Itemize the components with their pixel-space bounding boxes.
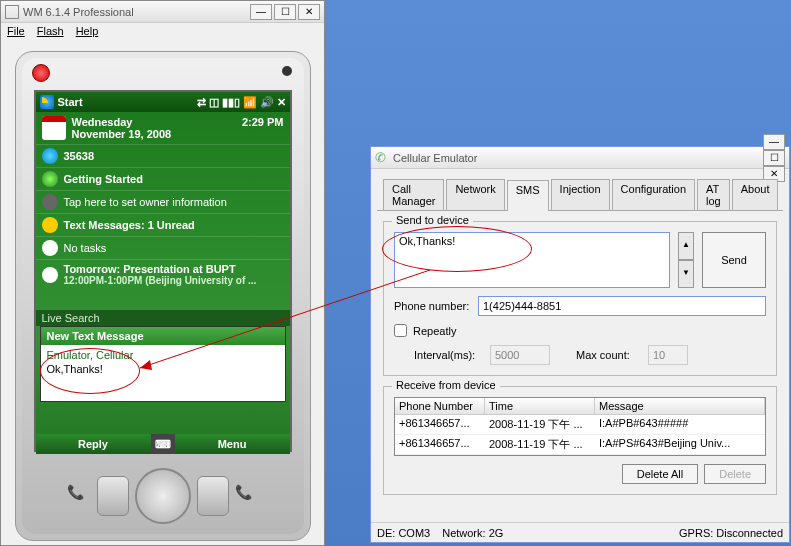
message-input[interactable] <box>394 232 670 288</box>
repeatly-checkbox[interactable] <box>394 324 407 337</box>
today-item-getting-started[interactable]: Getting Started <box>36 167 290 190</box>
maxcount-label: Max count: <box>576 349 642 361</box>
softkey-right[interactable]: Menu <box>175 434 290 454</box>
maximize-button[interactable]: ☐ <box>274 4 296 20</box>
recv-legend: Receive from device <box>392 379 500 391</box>
received-table[interactable]: Phone Number Time Message +861346657... … <box>394 397 766 456</box>
tab-about[interactable]: About <box>732 179 779 210</box>
table-row[interactable]: +861346657... 2008-11-19 下午 ... I:A#PB#6… <box>395 415 765 435</box>
col-message[interactable]: Message <box>595 398 765 414</box>
delete-button[interactable]: Delete <box>704 464 766 484</box>
emu-minimize-button[interactable]: — <box>763 134 785 150</box>
sms-popup-body: Ok,Thanks! <box>41 361 285 401</box>
sms-popup-from: Emulator, Cellular <box>41 345 285 361</box>
wifi-icon: ◫ <box>209 96 219 109</box>
phone-number-input[interactable] <box>478 296 766 316</box>
tasks-icon <box>42 240 58 256</box>
tab-at-log[interactable]: AT log <box>697 179 730 210</box>
tab-injection[interactable]: Injection <box>551 179 610 210</box>
calendar-item-icon <box>42 267 58 283</box>
phone-number-label: Phone number: <box>394 300 472 312</box>
softkey-left[interactable]: Reply <box>36 434 151 454</box>
cellular-icon: 📶 <box>243 96 257 109</box>
menu-file[interactable]: File <box>7 25 25 39</box>
today-item-tasks[interactable]: No tasks <box>36 236 290 259</box>
wm-titlebar[interactable]: WM 6.1.4 Professional — ☐ ✕ <box>1 1 324 23</box>
today-item-owner[interactable]: Tap here to set owner information <box>36 190 290 213</box>
today-date: November 19, 2008 <box>72 128 242 140</box>
delete-all-button[interactable]: Delete All <box>622 464 698 484</box>
maxcount-input <box>648 345 688 365</box>
col-time[interactable]: Time <box>485 398 595 414</box>
interval-label: Interval(ms): <box>414 349 484 361</box>
status-gprs: GPRS: Disconnected <box>679 527 783 539</box>
call-button[interactable] <box>67 484 91 508</box>
scroll-up-icon[interactable]: ▲ <box>678 232 694 260</box>
volume-icon: 🔊 <box>260 96 274 109</box>
close-today-icon[interactable]: ✕ <box>277 96 286 109</box>
interval-input <box>490 345 550 365</box>
wm-title: WM 6.1.4 Professional <box>23 6 250 18</box>
camera-icon <box>282 66 292 76</box>
minimize-button[interactable]: — <box>250 4 272 20</box>
signal-icon: ▮▮▯ <box>222 96 240 109</box>
send-to-device-group: Send to device ▲ ▼ Send Phone number: Re… <box>383 221 777 376</box>
right-softkey-hw[interactable] <box>197 476 229 516</box>
left-softkey-hw[interactable] <box>97 476 129 516</box>
emu-maximize-button[interactable]: ☐ <box>763 150 785 166</box>
menu-flash[interactable]: Flash <box>37 25 64 39</box>
status-network: Network: 2G <box>442 527 503 539</box>
start-label[interactable]: Start <box>58 96 197 108</box>
today-day: Wednesday <box>72 116 242 128</box>
messages-icon <box>42 217 58 233</box>
menu-help[interactable]: Help <box>76 25 99 39</box>
tomorrow-sub: 12:00PM-1:00PM (Beijing University of ..… <box>64 275 284 286</box>
device-frame: Start ⇄ ◫ ▮▮▯ 📶 🔊 ✕ Wednesday November 1… <box>15 51 311 541</box>
cellular-emulator-window: ✆ Cellular Emulator — ☐ ✕ Call Manager N… <box>370 146 790 543</box>
hardware-buttons <box>16 464 310 528</box>
tab-network[interactable]: Network <box>446 179 504 210</box>
live-search-bar[interactable]: Live Search <box>36 310 290 326</box>
table-row[interactable]: +861346657... 2008-11-19 下午 ... I:A#PS#6… <box>395 435 765 455</box>
today-item-calendar[interactable]: Tomorrow: Presentation at BUPT 12:00PM-1… <box>36 259 290 289</box>
softkey-bar: Reply ⌨ Menu <box>36 434 290 454</box>
keyboard-icon[interactable]: ⌨ <box>151 434 175 454</box>
table-header: Phone Number Time Message <box>395 398 765 415</box>
today-taskbar[interactable]: Start ⇄ ◫ ▮▮▯ 📶 🔊 ✕ <box>36 92 290 112</box>
message-scrollbar[interactable]: ▲ ▼ <box>678 232 694 288</box>
send-legend: Send to device <box>392 214 473 226</box>
emu-title: Cellular Emulator <box>393 152 763 164</box>
app-icon <box>5 5 19 19</box>
calendar-icon <box>42 116 66 140</box>
scroll-down-icon[interactable]: ▼ <box>678 260 694 288</box>
today-date-row[interactable]: Wednesday November 19, 2008 2:29 PM <box>36 112 290 144</box>
today-item-messages[interactable]: Text Messages: 1 Unread <box>36 213 290 236</box>
emu-statusbar: DE: COM3 Network: 2G GPRS: Disconnected <box>371 522 789 542</box>
owner-icon <box>42 194 58 210</box>
close-button[interactable]: ✕ <box>298 4 320 20</box>
windows-flag-icon[interactable] <box>40 95 54 109</box>
end-call-button[interactable] <box>235 484 259 508</box>
tomorrow-title: Tomorrow: Presentation at BUPT <box>64 263 284 275</box>
col-phone[interactable]: Phone Number <box>395 398 485 414</box>
getting-started-icon <box>42 171 58 187</box>
today-body: Wednesday November 19, 2008 2:29 PM 3563… <box>36 112 290 434</box>
tab-call-manager[interactable]: Call Manager <box>383 179 444 210</box>
wm-menubar: File Flash Help <box>1 23 324 41</box>
sms-popup-header: New Text Message <box>41 327 285 345</box>
repeatly-label: Repeatly <box>413 325 456 337</box>
status-icons[interactable]: ⇄ ◫ ▮▮▯ 📶 🔊 ✕ <box>197 96 286 109</box>
connectivity-icon: ⇄ <box>197 96 206 109</box>
receive-from-device-group: Receive from device Phone Number Time Me… <box>383 386 777 495</box>
emu-app-icon: ✆ <box>375 151 389 165</box>
power-button[interactable] <box>32 64 50 82</box>
today-time: 2:29 PM <box>242 116 284 128</box>
tab-sms[interactable]: SMS <box>507 180 549 211</box>
emu-titlebar[interactable]: ✆ Cellular Emulator — ☐ ✕ <box>371 147 789 169</box>
send-button[interactable]: Send <box>702 232 766 288</box>
device-screen: Start ⇄ ◫ ▮▮▯ 📶 🔊 ✕ Wednesday November 1… <box>34 90 292 452</box>
today-item-signal[interactable]: 35638 <box>36 144 290 167</box>
dpad[interactable] <box>135 468 191 524</box>
tab-configuration[interactable]: Configuration <box>612 179 695 210</box>
signal-status-icon <box>42 148 58 164</box>
